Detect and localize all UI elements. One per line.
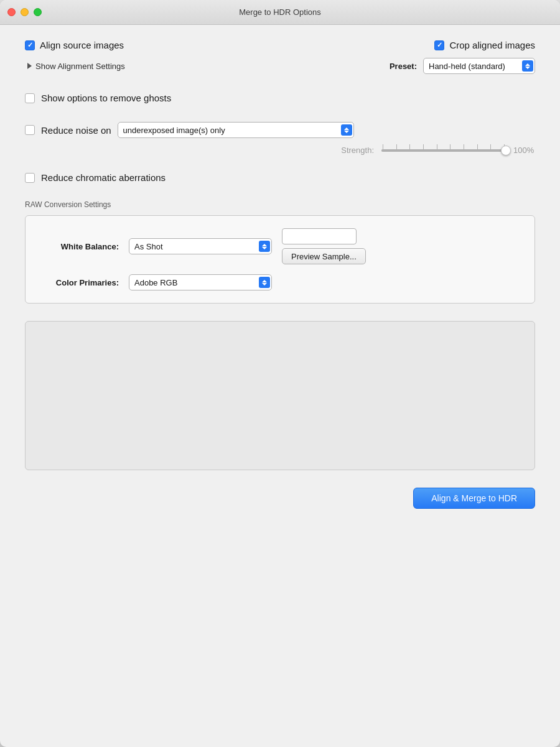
- minimize-button[interactable]: [21, 8, 29, 16]
- preview-sample-button[interactable]: Preview Sample...: [282, 248, 366, 264]
- noise-label: Reduce noise on: [41, 125, 111, 136]
- color-primaries-row: Color Primaries: Adobe RGB sRGB ProPhoto…: [44, 274, 516, 290]
- window-title: Merge to HDR Options: [239, 7, 321, 17]
- noise-row: Reduce noise on underexposed image(s) on…: [25, 122, 535, 138]
- preset-select[interactable]: Hand-held (standard) Tripod Custom: [423, 58, 535, 74]
- merge-button[interactable]: Align & Merge to HDR: [413, 488, 535, 509]
- strength-value: 100%: [513, 146, 535, 155]
- ghosts-row: Show options to remove ghosts: [25, 93, 535, 103]
- maximize-button[interactable]: [34, 8, 42, 16]
- show-alignment-label: Show Alignment Settings: [35, 62, 125, 71]
- slider-thumb: [501, 146, 511, 155]
- close-button[interactable]: [7, 8, 16, 16]
- bottom-bar: Align & Merge to HDR: [25, 488, 535, 515]
- white-balance-label: White Balance:: [44, 242, 119, 251]
- crop-aligned-label: Crop aligned images: [449, 40, 535, 50]
- app-window: Merge to HDR Options Align source images…: [0, 0, 560, 747]
- ghosts-label: Show options to remove ghosts: [41, 93, 171, 103]
- triangle-icon: [27, 63, 32, 69]
- color-preview-box: [282, 228, 357, 244]
- white-balance-select[interactable]: As Shot Auto Daylight Cloudy Shade Tungs…: [129, 238, 272, 254]
- preset-label: Preset:: [390, 62, 417, 71]
- slider-ticks: [381, 144, 506, 149]
- white-balance-row: White Balance: As Shot Auto Daylight Clo…: [44, 228, 516, 264]
- show-alignment-button[interactable]: Show Alignment Settings: [27, 62, 125, 71]
- align-source-group: Align source images: [25, 40, 124, 50]
- noise-select[interactable]: underexposed image(s) only all images no…: [118, 122, 354, 138]
- raw-conversion-box: White Balance: As Shot Auto Daylight Clo…: [25, 215, 535, 304]
- chromatic-checkbox[interactable]: [25, 173, 35, 183]
- color-primaries-select[interactable]: Adobe RGB sRGB ProPhoto RGB: [129, 274, 272, 290]
- noise-checkbox[interactable]: [25, 125, 35, 135]
- strength-label: Strength:: [341, 146, 374, 155]
- slider-fill: [381, 149, 506, 152]
- align-source-checkbox[interactable]: [25, 40, 35, 50]
- white-balance-select-wrapper: As Shot Auto Daylight Cloudy Shade Tungs…: [129, 238, 272, 254]
- traffic-lights: [7, 8, 42, 16]
- align-source-label: Align source images: [40, 40, 124, 50]
- chromatic-row: Reduce chromatic aberrations: [25, 172, 535, 183]
- noise-select-wrapper: underexposed image(s) only all images no…: [118, 122, 354, 138]
- preview-column: Preview Sample...: [282, 228, 366, 264]
- chromatic-label: Reduce chromatic aberrations: [41, 172, 166, 183]
- crop-aligned-checkbox[interactable]: [434, 40, 444, 50]
- preset-select-wrapper: Hand-held (standard) Tripod Custom: [423, 58, 535, 74]
- titlebar: Merge to HDR Options: [0, 0, 560, 25]
- alignment-row: Show Alignment Settings Preset: Hand-hel…: [25, 58, 535, 74]
- raw-section-title: RAW Conversion Settings: [25, 200, 535, 209]
- color-primaries-label: Color Primaries:: [44, 278, 119, 287]
- strength-row: Strength: 100%: [25, 146, 535, 155]
- preset-group: Preset: Hand-held (standard) Tripod Cust…: [390, 58, 535, 74]
- strength-slider[interactable]: [381, 149, 506, 152]
- main-content: Align source images Crop aligned images …: [0, 25, 560, 747]
- crop-aligned-group: Crop aligned images: [434, 40, 535, 50]
- ghosts-checkbox[interactable]: [25, 93, 35, 103]
- color-primaries-select-wrapper: Adobe RGB sRGB ProPhoto RGB: [129, 274, 272, 290]
- image-preview-area: [25, 321, 535, 470]
- top-options-row: Align source images Crop aligned images: [25, 40, 535, 50]
